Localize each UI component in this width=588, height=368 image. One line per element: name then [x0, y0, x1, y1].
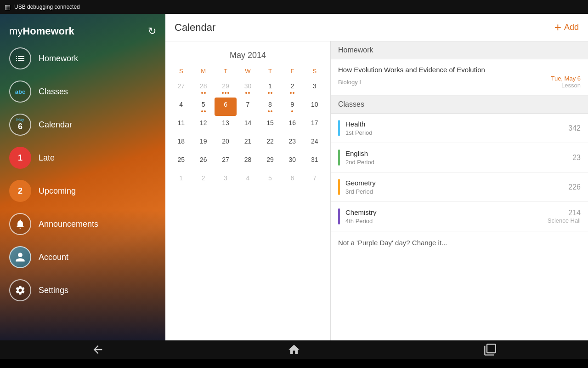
sidebar-item-calendar[interactable]: May 6 Calendar	[0, 108, 165, 141]
calendar-rows: 2728293012345678910111213141516171819202…	[170, 79, 326, 190]
home-button[interactable]	[276, 340, 312, 359]
calendar-day-cell[interactable]: 6	[215, 98, 237, 116]
day-number: 17	[311, 119, 318, 128]
purple-bar	[338, 208, 340, 224]
calendar-day-cell[interactable]: 27	[215, 153, 237, 171]
homework-meta: Biology ITue, May 6Lesson	[338, 75, 581, 89]
sidebar-item-announcements[interactable]: Announcements	[0, 207, 165, 241]
calendar-day-cell[interactable]: 5	[259, 171, 281, 190]
calendar-day-cell[interactable]: 4	[237, 171, 259, 190]
homework-item[interactable]: How Evolution Works and Evidence of Evol…	[331, 59, 588, 96]
day-number: 28	[244, 155, 252, 165]
orange-bar	[338, 179, 340, 195]
calendar-day-cell[interactable]: 30	[281, 153, 303, 171]
settings-icon	[9, 279, 31, 301]
calendar-day-cell[interactable]: 25	[170, 153, 192, 171]
homework-title: How Evolution Works and Evidence of Evol…	[338, 66, 581, 74]
class-count: 342	[568, 124, 581, 132]
calendar-day-cell[interactable]: 17	[304, 116, 326, 134]
calendar-day-cell[interactable]: 8	[259, 98, 281, 116]
day-number: 25	[177, 155, 185, 165]
day-number: 6	[224, 100, 227, 109]
sidebar-item-settings[interactable]: Settings	[0, 274, 165, 307]
day-number: 2	[290, 82, 294, 91]
calendar-week-6: 1234567	[170, 171, 326, 190]
sidebar-item-upcoming[interactable]: 2 Upcoming	[0, 174, 165, 207]
calendar-day-cell[interactable]: 14	[237, 116, 259, 134]
calendar-day-cell[interactable]: 7	[304, 171, 326, 190]
calendar-day-cell[interactable]: 19	[192, 134, 214, 153]
purple-day-message[interactable]: Not a 'Purple Day' day? Change it...	[331, 231, 588, 254]
calendar-day-cell[interactable]: 2	[192, 171, 214, 190]
calendar-day-cell[interactable]: 15	[259, 116, 281, 134]
day-number: 19	[200, 137, 207, 146]
day-number: 18	[177, 137, 185, 146]
day-number: 7	[313, 174, 317, 183]
class-content: Health1st Period	[345, 120, 568, 136]
calendar-day-cell[interactable]: 11	[170, 116, 192, 134]
calendar-day-cell[interactable]: 13	[215, 116, 237, 134]
dot-orange	[227, 92, 229, 94]
day-number: 13	[222, 119, 229, 128]
calendar-day-cell[interactable]: 1	[170, 171, 192, 190]
class-name: Health	[345, 120, 568, 128]
add-label: Add	[564, 23, 579, 32]
calendar-day-cell[interactable]: 7	[237, 98, 259, 116]
calendar-day-cell[interactable]: 3	[215, 171, 237, 190]
event-dots	[222, 92, 229, 94]
calendar-day-cell[interactable]: 6	[281, 171, 303, 190]
class-item[interactable]: Geometry3rd Period226	[331, 172, 588, 202]
sidebar-item-homework[interactable]: Homework	[0, 42, 165, 75]
class-item[interactable]: Chemistry4th Period214Science Hall	[331, 202, 588, 231]
back-button[interactable]	[79, 340, 116, 359]
day-number: 20	[222, 137, 229, 146]
calendar-day-cell[interactable]: 2	[281, 79, 303, 98]
calendar-day-cell[interactable]: 3	[304, 79, 326, 98]
sidebar-item-late[interactable]: 1 Late	[0, 141, 165, 174]
calendar-day-cell[interactable]: 16	[281, 116, 303, 134]
day-number: 22	[266, 137, 274, 146]
weekday-tue: T	[215, 66, 237, 76]
calendar-day-cell[interactable]: 26	[192, 153, 214, 171]
class-name: English	[345, 150, 572, 157]
homework-subject: Biology I	[338, 79, 361, 86]
calendar-day-cell[interactable]: 4	[170, 98, 192, 116]
sidebar-item-classes[interactable]: abc Classes	[0, 75, 165, 108]
day-number: 1	[268, 82, 272, 91]
calendar-day-cell[interactable]: 30	[237, 79, 259, 98]
refresh-icon[interactable]: ↻	[148, 25, 156, 37]
calendar-day-cell[interactable]: 23	[281, 134, 303, 153]
add-button[interactable]: + Add	[554, 20, 579, 34]
calendar-day-cell[interactable]: 9	[281, 98, 303, 116]
recents-button[interactable]	[472, 340, 509, 359]
calendar-day-cell[interactable]: 31	[304, 153, 326, 171]
calendar-day-cell[interactable]: 12	[192, 116, 214, 134]
sidebar-item-account[interactable]: Account	[0, 241, 165, 274]
calendar-day-cell[interactable]: 1	[259, 79, 281, 98]
day-number: 27	[177, 82, 185, 91]
calendar-day-cell[interactable]: 22	[259, 134, 281, 153]
day-number: 6	[290, 174, 294, 183]
calendar-day-cell[interactable]: 10	[304, 98, 326, 116]
calendar-day-cell[interactable]: 5	[192, 98, 214, 116]
day-number: 8	[268, 100, 272, 109]
day-number: 23	[289, 137, 296, 146]
event-dots	[291, 110, 293, 112]
calendar-day-cell[interactable]: 18	[170, 134, 192, 153]
calendar-day-cell[interactable]: 20	[215, 134, 237, 153]
day-number: 14	[244, 119, 252, 128]
calendar-day-cell[interactable]: 24	[304, 134, 326, 153]
day-number: 11	[177, 119, 185, 128]
calendar-day-cell[interactable]: 29	[259, 153, 281, 171]
class-item[interactable]: Health1st Period342	[331, 114, 588, 143]
dot-orange	[248, 92, 250, 94]
calendar-day-cell[interactable]: 29	[215, 79, 237, 98]
day-number: 12	[200, 119, 207, 128]
class-right: 342	[568, 120, 581, 136]
calendar-day-cell[interactable]: 21	[237, 134, 259, 153]
class-item[interactable]: English2nd Period23	[331, 143, 588, 172]
calendar-day-cell[interactable]: 28	[192, 79, 214, 98]
calendar-day-cell[interactable]: 27	[170, 79, 192, 98]
announcements-label: Announcements	[39, 219, 98, 229]
calendar-day-cell[interactable]: 28	[237, 153, 259, 171]
